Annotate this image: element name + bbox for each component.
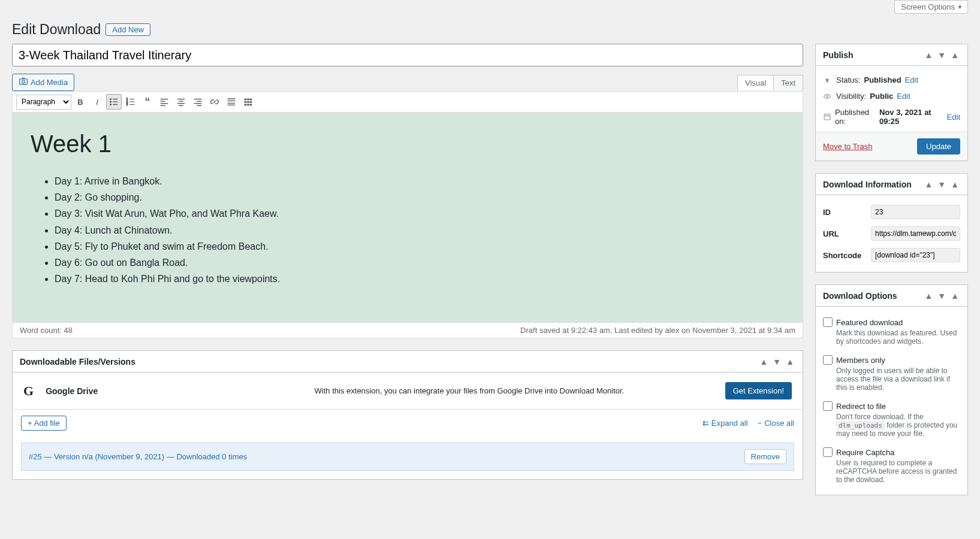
minus-icon: −: [758, 419, 762, 428]
download-options-title: Download Options: [823, 291, 897, 301]
content-list: Day 1: Arrive in Bangkok. Day 2: Go shop…: [31, 173, 785, 287]
expand-icon: ⇇: [702, 419, 709, 428]
list-item: Day 6: Go out on Bangla Road.: [55, 255, 785, 271]
gdrive-desc: With this extension, you can integrate y…: [225, 386, 713, 395]
align-left-icon[interactable]: [156, 94, 172, 110]
chevron-up-icon[interactable]: ▲: [923, 49, 934, 61]
svg-rect-36: [250, 101, 252, 103]
chevron-down-icon[interactable]: ▼: [936, 290, 947, 302]
status-line: Draft saved at 9:22:43 am. Last edited b…: [520, 326, 795, 335]
toolbar-toggle-icon[interactable]: [240, 94, 256, 110]
update-button[interactable]: Update: [917, 138, 960, 155]
content-heading: Week 1: [31, 131, 785, 158]
get-extension-button[interactable]: Get Extension!: [725, 382, 792, 399]
format-select[interactable]: Paragraph: [16, 95, 71, 110]
edit-status-link[interactable]: Edit: [905, 75, 918, 84]
list-item: Day 3: Visit Wat Arun, Wat Pho, and Wat …: [55, 205, 785, 222]
published-value: Nov 3, 2021 at 09:25: [879, 108, 943, 126]
collapse-icon[interactable]: ▲: [785, 356, 795, 368]
svg-text:3: 3: [126, 103, 128, 106]
svg-rect-35: [247, 101, 249, 103]
featured-download-checkbox[interactable]: [823, 317, 833, 327]
collapse-icon[interactable]: ▲: [949, 178, 960, 190]
svg-point-6: [110, 104, 111, 105]
svg-rect-37: [245, 104, 247, 106]
download-info-title: Download Information: [823, 180, 912, 189]
svg-point-1: [22, 80, 25, 83]
bullet-list-icon[interactable]: [106, 94, 122, 110]
close-all-link[interactable]: − Close all: [758, 419, 794, 428]
chevron-up-icon[interactable]: ▲: [923, 178, 934, 190]
align-center-icon[interactable]: [173, 94, 189, 110]
readmore-icon[interactable]: [224, 94, 239, 110]
expand-all-link[interactable]: ⇇ Expand all: [702, 419, 748, 428]
blockquote-icon[interactable]: “: [140, 94, 155, 110]
edit-date-link[interactable]: Edit: [947, 113, 960, 122]
add-file-button[interactable]: + Add file: [21, 416, 67, 431]
remove-version-button[interactable]: Remove: [744, 449, 786, 464]
tab-text[interactable]: Text: [773, 75, 803, 90]
list-item: Day 4: Lunch at Chinatown.: [55, 222, 785, 238]
eye-icon: [823, 92, 833, 101]
editor-content-area[interactable]: Week 1 Day 1: Arrive in Bangkok. Day 2: …: [12, 113, 803, 322]
members-only-checkbox[interactable]: [823, 355, 833, 365]
edit-visibility-link[interactable]: Edit: [897, 92, 910, 101]
pin-icon: [823, 76, 833, 84]
members-desc: Only logged in users will be able to acc…: [836, 367, 960, 392]
shortcode-field[interactable]: [871, 248, 960, 262]
svg-point-4: [110, 101, 111, 102]
captcha-checkbox[interactable]: [823, 447, 833, 457]
collapse-icon[interactable]: ▲: [949, 49, 960, 61]
redirect-checkbox[interactable]: [823, 401, 833, 411]
featured-label: Featured download: [836, 318, 903, 327]
visibility-label: Visibility:: [836, 92, 866, 101]
id-label: ID: [823, 208, 865, 217]
chevron-up-icon[interactable]: ▲: [758, 356, 769, 368]
captcha-label: Require Captcha: [836, 448, 895, 457]
shortcode-label: Shortcode: [823, 251, 865, 260]
editor-toolbar: Paragraph B I 123 “: [12, 91, 803, 113]
svg-point-2: [110, 99, 111, 100]
collapse-icon[interactable]: ▲: [949, 290, 960, 302]
version-text: #25 — Version n/a (November 9, 2021) — D…: [29, 452, 247, 461]
redirect-desc: Don't force download. If the dlm_uploads…: [836, 413, 960, 438]
google-drive-icon: G: [23, 383, 34, 399]
add-new-button[interactable]: Add New: [105, 23, 150, 36]
svg-rect-31: [245, 99, 247, 101]
move-to-trash-link[interactable]: Move to Trash: [823, 142, 872, 151]
svg-rect-32: [247, 99, 249, 101]
url-field[interactable]: [871, 226, 960, 241]
svg-rect-34: [245, 101, 247, 103]
svg-rect-39: [250, 104, 252, 106]
url-label: URL: [823, 229, 865, 238]
file-version-row[interactable]: #25 — Version n/a (November 9, 2021) — D…: [21, 443, 794, 471]
chevron-down-icon[interactable]: ▼: [936, 178, 947, 190]
add-media-button[interactable]: Add Media: [12, 74, 74, 91]
redirect-label: Redirect to file: [836, 402, 886, 411]
id-field[interactable]: [871, 205, 960, 219]
italic-icon[interactable]: I: [89, 94, 105, 110]
tab-visual[interactable]: Visual: [737, 75, 774, 90]
svg-rect-41: [824, 114, 830, 120]
bold-icon[interactable]: B: [73, 94, 88, 110]
svg-rect-33: [250, 99, 252, 101]
screen-options-button[interactable]: Screen Options: [894, 0, 968, 14]
align-right-icon[interactable]: [190, 94, 206, 110]
word-count: Word count: 48: [20, 326, 73, 335]
chevron-down-icon[interactable]: ▼: [936, 49, 947, 61]
svg-rect-38: [247, 104, 249, 106]
captcha-desc: User is required to complete a reCAPTCHA…: [836, 459, 960, 484]
numbered-list-icon[interactable]: 123: [123, 94, 138, 110]
published-label: Published on:: [835, 108, 876, 126]
status-value: Published: [864, 75, 901, 84]
list-item: Day 7: Head to Koh Phi Phi and go to the…: [55, 271, 785, 287]
download-title-input[interactable]: [12, 44, 803, 66]
gdrive-title: Google Drive: [46, 386, 213, 396]
svg-point-40: [827, 95, 828, 97]
link-icon[interactable]: [207, 94, 222, 110]
visibility-value: Public: [870, 92, 893, 101]
list-item: Day 2: Go shopping.: [55, 189, 785, 205]
chevron-up-icon[interactable]: ▲: [923, 290, 934, 302]
svg-rect-0: [20, 79, 28, 84]
chevron-down-icon[interactable]: ▼: [771, 356, 782, 368]
